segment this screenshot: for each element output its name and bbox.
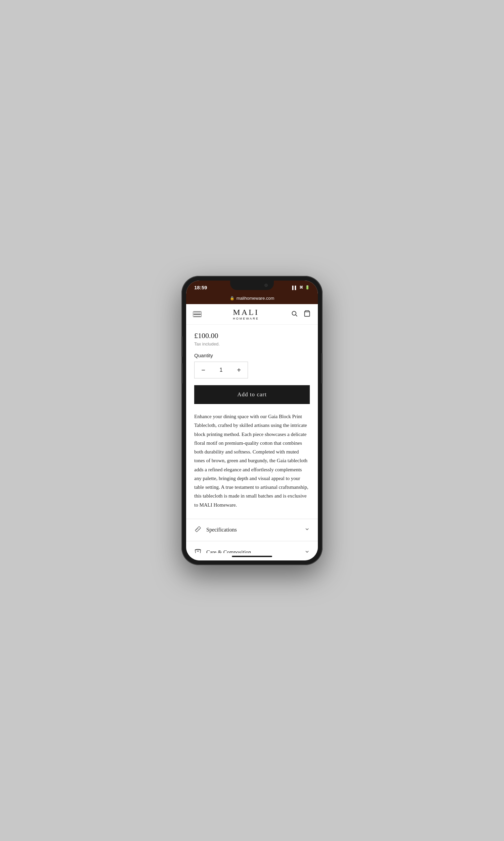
home-indicator [186, 553, 318, 561]
quantity-label: Quantity [194, 353, 310, 358]
brand-logo[interactable]: MALI HOMEWARE [233, 308, 259, 320]
quantity-control: − 1 + [194, 362, 248, 378]
camera-dot [265, 284, 268, 287]
product-section: £100.00 Tax included. Quantity − 1 + Add… [186, 325, 318, 509]
logo-main-text: MALI [233, 308, 259, 316]
battery-icon: 🔋 [305, 285, 310, 290]
logo-sub-text: HOMEWARE [233, 317, 259, 320]
care-title: Care & Composition [206, 549, 251, 553]
volume-down-button [181, 363, 183, 383]
search-button[interactable] [290, 309, 299, 319]
status-icons: ▌▌ ⌘ 🔋 [292, 285, 310, 290]
quantity-value: 1 [212, 367, 230, 373]
status-time: 18:59 [194, 285, 207, 290]
svg-line-1 [296, 315, 297, 316]
url-bar[interactable]: 🔒 malihomeware.com [186, 293, 318, 304]
accordion-left-specifications: Specifications [194, 526, 237, 534]
tax-info: Tax included. [194, 341, 310, 346]
quantity-decrease-button[interactable]: − [195, 362, 212, 378]
accordion-header-specifications[interactable]: Specifications [186, 519, 318, 541]
wifi-icon: ⌘ [299, 285, 303, 290]
power-button [321, 353, 323, 383]
quantity-increase-button[interactable]: + [230, 362, 248, 378]
accordion-left-care: Care & Composition [194, 548, 251, 553]
accordion-item-specifications: Specifications [186, 519, 318, 541]
url-text: malihomeware.com [236, 296, 274, 301]
accordion: Specifications [186, 519, 318, 553]
accordion-header-care[interactable]: Care & Composition [186, 541, 318, 553]
hamburger-menu-button[interactable] [193, 311, 202, 317]
svg-point-0 [292, 311, 296, 315]
hamburger-line-2 [194, 314, 201, 314]
nav-header: MALI HOMEWARE [186, 304, 318, 325]
care-chevron [304, 549, 310, 553]
home-bar [232, 556, 272, 557]
hamburger-line-1 [194, 312, 201, 312]
wash-icon [194, 548, 202, 553]
accordion-item-care: Care & Composition [186, 541, 318, 553]
product-description: Enhance your dining space with our Gaia … [194, 412, 310, 509]
product-price: £100.00 [194, 331, 310, 340]
nav-action-icons [290, 309, 311, 319]
add-to-cart-button[interactable]: Add to cart [194, 385, 310, 404]
page-content: £100.00 Tax included. Quantity − 1 + Add… [186, 325, 318, 553]
lock-icon: 🔒 [230, 296, 235, 301]
hamburger-line-3 [194, 316, 201, 317]
specifications-title: Specifications [206, 527, 237, 533]
svg-rect-3 [195, 527, 201, 532]
cart-button[interactable] [303, 309, 311, 319]
phone-notch [230, 280, 274, 290]
volume-up-button [181, 337, 183, 357]
signal-icon: ▌▌ [292, 286, 298, 290]
specifications-chevron [304, 527, 310, 533]
ruler-icon [194, 526, 202, 534]
